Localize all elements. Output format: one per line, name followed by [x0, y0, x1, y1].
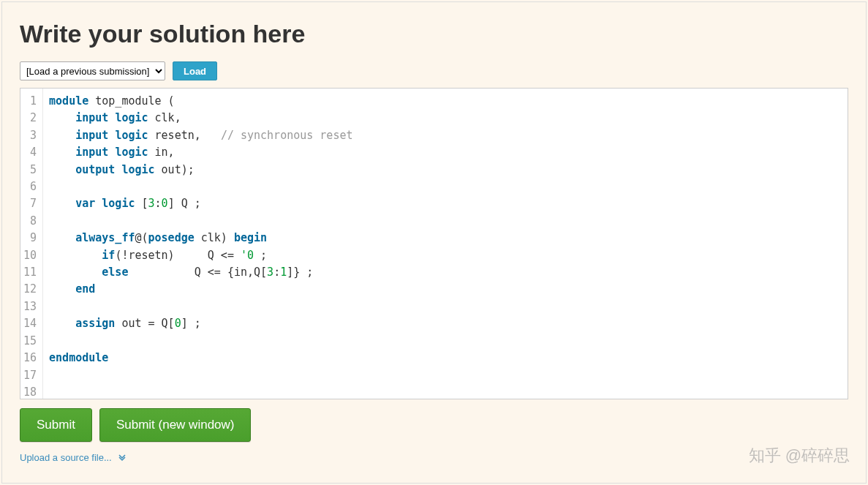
line-number: 1 [23, 93, 38, 110]
line-number: 12 [23, 281, 38, 298]
code-line[interactable] [49, 367, 842, 384]
line-gutter: 123456789101112131415161718 [20, 89, 43, 399]
code-line[interactable]: module top_module ( [49, 93, 842, 110]
line-number: 17 [23, 367, 38, 384]
code-area[interactable]: module top_module ( input logic clk, inp… [43, 89, 848, 399]
load-button[interactable]: Load [173, 61, 217, 80]
page-title: Write your solution here [20, 20, 848, 48]
line-number: 8 [23, 213, 38, 230]
upload-source-link[interactable]: Upload a source file... [20, 452, 848, 463]
submit-button[interactable]: Submit [20, 408, 92, 442]
line-number: 4 [23, 144, 38, 161]
line-number: 13 [23, 298, 38, 315]
code-line[interactable] [49, 384, 842, 399]
upload-link-text: Upload a source file... [20, 452, 112, 463]
code-line[interactable]: input logic clk, [49, 110, 842, 127]
line-number: 3 [23, 127, 38, 144]
code-line[interactable]: end [49, 281, 842, 298]
line-number: 2 [23, 110, 38, 127]
code-line[interactable]: input logic in, [49, 144, 842, 161]
line-number: 11 [23, 264, 38, 281]
code-editor[interactable]: 123456789101112131415161718 module top_m… [20, 88, 848, 399]
line-number: 14 [23, 315, 38, 332]
previous-submission-select[interactable]: [Load a previous submission] [20, 61, 165, 80]
line-number: 15 [23, 333, 38, 350]
code-line[interactable]: if(!resetn) Q <= '0 ; [49, 247, 842, 264]
submit-new-window-button[interactable]: Submit (new window) [99, 408, 252, 442]
code-line[interactable]: else Q <= {in,Q[3:1]} ; [49, 264, 842, 281]
line-number: 18 [23, 384, 38, 399]
solution-panel: Write your solution here [Load a previou… [1, 1, 867, 484]
code-line[interactable] [49, 333, 842, 350]
line-number: 10 [23, 247, 38, 264]
toolbar: [Load a previous submission] Load [20, 61, 848, 80]
line-number: 6 [23, 178, 38, 195]
action-row: Submit Submit (new window) [20, 408, 848, 442]
code-line[interactable]: output logic out); [49, 162, 842, 178]
code-line[interactable] [49, 178, 842, 195]
code-line[interactable]: endmodule [49, 350, 842, 366]
chevron-down-icon [118, 453, 127, 463]
code-line[interactable]: always_ff@(posedge clk) begin [49, 230, 842, 247]
line-number: 16 [23, 350, 38, 366]
code-line[interactable]: assign out = Q[0] ; [49, 315, 842, 332]
code-line[interactable]: input logic resetn, // synchronous reset [49, 127, 842, 144]
line-number: 9 [23, 230, 38, 247]
line-number: 5 [23, 162, 38, 178]
line-number: 7 [23, 195, 38, 212]
code-line[interactable] [49, 298, 842, 315]
code-line[interactable] [49, 213, 842, 230]
code-line[interactable]: var logic [3:0] Q ; [49, 195, 842, 212]
